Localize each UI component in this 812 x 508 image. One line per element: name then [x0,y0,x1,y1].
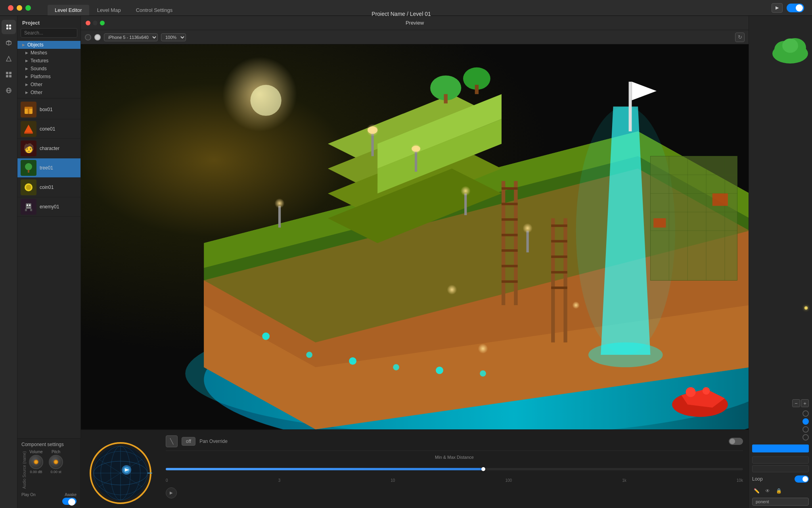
refresh-button[interactable]: ↻ [735,33,745,42]
tree-label-other1: Other [31,82,42,87]
pitch-knob-indicator [54,460,58,464]
svg-rect-1 [9,25,11,27]
plus-button[interactable]: + [801,399,809,407]
tree-label-other2: Other [31,90,42,95]
icon-bar-item-globe[interactable] [2,83,16,98]
svg-point-23 [26,185,31,190]
tree-label-meshes: Meshes [31,50,47,56]
tree-meshes[interactable]: ▶ Meshes [17,49,80,57]
svg-rect-11 [9,75,11,77]
tree-other-1[interactable]: ▶ Other [17,81,80,89]
object-name-cone01: cone01 [40,126,55,132]
object-item-coin01[interactable]: coin01 [17,178,80,197]
svg-rect-8 [6,72,8,74]
svg-rect-58 [551,256,567,258]
svg-point-78 [461,186,471,196]
tab-level-map[interactable]: Level Map [90,5,128,15]
scene-svg [81,44,749,429]
input-row-2[interactable] [752,465,809,472]
object-item-tree01[interactable]: tree01 [17,158,80,178]
play-small-button[interactable]: ▶ [166,487,177,498]
marker-1k: 1k [622,478,626,483]
main-layout: Project ▶ Objects ▶ Meshes ▶ Textures ▶ … [0,16,812,508]
object-name-coin01: coin01 [40,185,54,190]
volume-knob-container: Volume 0.00 dB [29,450,43,474]
svg-rect-49 [502,218,518,221]
tab-control-settings[interactable]: Control Settings [129,5,180,15]
radio-2-active[interactable] [802,418,809,425]
tab-level-editor[interactable]: Level Editor [48,5,89,15]
icon-bar-item-grid[interactable] [2,67,16,82]
preview-min[interactable] [93,21,98,25]
svg-rect-3 [9,27,11,29]
edit-icon[interactable]: ✏️ [752,487,761,495]
preview-max[interactable] [100,21,105,25]
maximize-button[interactable] [25,5,31,11]
component-button[interactable]: ponent [752,498,809,506]
eye-icon[interactable]: 👁 [763,487,772,495]
svg-rect-55 [563,218,567,343]
play-controls: ▶ [166,487,743,498]
panel-header: Project [17,16,80,28]
svg-point-25 [27,204,28,206]
zoom-select[interactable]: 100% [161,33,186,41]
tree-platforms[interactable]: ▶ Platforms [17,73,80,81]
tree-sounds[interactable]: ▶ Sounds [17,65,80,73]
minus-button[interactable]: − [792,399,800,407]
glow-dot [804,306,808,310]
preview-radio-on[interactable] [94,34,101,40]
close-button[interactable] [8,5,13,11]
radio-1[interactable] [802,410,809,417]
svg-point-80 [523,223,532,233]
tree-label-sounds: Sounds [31,66,47,71]
object-item-cone01[interactable]: cone01 [17,119,80,139]
object-item-box01[interactable]: box01 [17,100,80,119]
svg-point-71 [366,124,379,136]
svg-point-91 [686,387,696,397]
icon-bar-item-home[interactable] [2,20,16,34]
svg-rect-52 [502,265,518,267]
pan-override-toggle[interactable] [729,438,743,445]
input-row-1[interactable] [752,456,809,464]
pan-top-row: ╲ off Pan Override [166,435,743,447]
svg-point-83 [262,333,270,340]
play-button[interactable]: ▶ [772,3,783,13]
globe-svg [89,441,152,505]
cloud-decoration [770,36,810,64]
awake-toggle[interactable] [62,498,77,505]
radio-3[interactable] [802,426,809,433]
preview-traffic [86,21,105,25]
svg-point-74 [411,144,421,154]
preview-panel: Preview iPhone 5 - 1136x640 100% ↻ [81,16,749,508]
distance-slider[interactable] [166,463,743,475]
diagonal-cut-btn[interactable]: ╲ [166,435,178,447]
icon-bar [0,16,17,508]
svg-point-95 [572,302,580,309]
loop-toggle[interactable] [795,475,809,483]
main-toggle[interactable] [787,4,804,12]
svg-point-20 [25,163,32,170]
preview-radio-off[interactable] [85,34,91,40]
object-item-enemy01[interactable]: enemy01 [17,197,80,217]
radio-4[interactable] [802,434,809,441]
svg-point-26 [29,204,31,206]
tree-textures[interactable]: ▶ Textures [17,57,80,65]
lock-icon[interactable]: 🔒 [774,487,783,495]
icon-bar-item-cube[interactable] [2,36,16,50]
tree-label-platforms: Platforms [31,74,51,79]
pitch-knob[interactable] [49,455,63,469]
minimize-button[interactable] [17,5,22,11]
volume-knob[interactable] [29,455,43,469]
right-panel-top [749,16,812,397]
tree-other-2[interactable]: ▶ Other [17,89,80,96]
icon-bar-item-triangle[interactable] [2,52,16,66]
object-item-character[interactable]: 🧑 character [17,139,80,158]
tree-objects[interactable]: ▶ Objects [17,41,80,49]
svg-rect-46 [514,181,517,305]
device-select[interactable]: iPhone 5 - 1136x640 [104,33,158,41]
svg-rect-45 [502,181,505,305]
min-max-label: Min & Max Distance [166,454,743,460]
search-input[interactable] [21,28,77,38]
preview-close[interactable] [86,21,90,25]
svg-marker-18 [24,125,33,133]
